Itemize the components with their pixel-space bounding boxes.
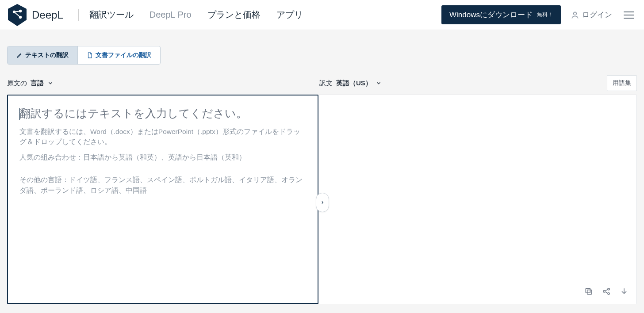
source-placeholder-main: 翻訳するにはテキストを入力してください。 [19,105,306,122]
svg-rect-8 [586,288,590,293]
divider [78,9,79,21]
source-text-panel[interactable]: 翻訳するにはテキストを入力してください。 文書を翻訳するには、Word（.doc… [7,95,318,304]
output-actions [584,287,629,298]
mode-tabs: テキストの翻訳 文書ファイルの翻訳 [7,46,161,65]
svg-line-13 [605,292,608,293]
download-output-button[interactable] [620,287,629,298]
nav-pro[interactable]: DeepL Pro [150,10,192,20]
share-icon [602,287,611,296]
other-langs: その他の言語：ドイツ語、フランス語、スペイン語、ポルトガル語、イタリア語、オラン… [19,175,306,195]
tab-translate-text[interactable]: テキストの翻訳 [8,46,77,64]
target-language-selector[interactable]: 訳文 英語（US） [319,79,382,88]
svg-line-12 [605,290,608,291]
tab-text-label: テキストの翻訳 [25,51,69,59]
translator-panels: 翻訳するにはテキストを入力してください。 文書を翻訳するには、Word（.doc… [0,95,644,304]
pencil-icon [16,52,23,58]
target-text-panel [318,95,637,304]
tab-translate-document[interactable]: 文書ファイルの翻訳 [77,46,160,64]
glossary-button[interactable]: 用語集 [607,75,637,91]
target-prefix: 訳文 [319,79,333,88]
login-link[interactable]: ログイン [571,10,612,20]
source-language-selector[interactable]: 原文の言語 [7,79,319,88]
source-lang: 言語 [31,79,44,88]
copy-icon [584,287,593,296]
arrow-down-icon [620,287,629,296]
nav-apps[interactable]: アプリ [276,9,303,21]
svg-rect-7 [587,290,592,294]
source-prefix: 原文の [7,79,27,88]
target-lang: 英語（US） [336,79,372,88]
top-header: DeepL 翻訳ツール DeepL Pro プランと価格 アプリ Windows… [0,0,644,30]
user-icon [571,11,579,19]
chevron-down-icon [47,80,54,86]
source-placeholder-sub: 文書を翻訳するには、Word（.docx）またはPowerPoint（.pptx… [19,126,306,147]
main-nav: 翻訳ツール DeepL Pro プランと価格 アプリ [89,9,303,21]
nav-pricing[interactable]: プランと価格 [207,9,261,21]
tab-document-label: 文書ファイルの翻訳 [96,51,151,59]
svg-point-6 [574,12,577,15]
nav-translator[interactable]: 翻訳ツール [89,9,134,21]
download-label: Windowsにダウンロード [449,10,533,20]
login-label: ログイン [582,10,612,20]
chevron-down-icon [376,80,382,86]
download-windows-button[interactable]: Windowsにダウンロード 無料！ [441,5,561,24]
copy-button[interactable] [584,287,593,298]
brand-name: DeepL [32,9,63,21]
popular-combos: 人気の組み合わせ：日本語から英語（和英）、英語から日本語（英和） [19,152,306,162]
chevron-right-icon [320,199,325,206]
document-icon [87,52,93,58]
swap-languages-button[interactable] [316,193,329,212]
menu-button[interactable] [621,7,637,23]
deepl-logo-icon [7,3,27,27]
logo[interactable]: DeepL [7,3,63,27]
language-bar: 原文の言語 訳文 英語（US） 用語集 [0,65,644,95]
download-badge: 無料！ [537,11,553,19]
share-button[interactable] [602,287,611,298]
